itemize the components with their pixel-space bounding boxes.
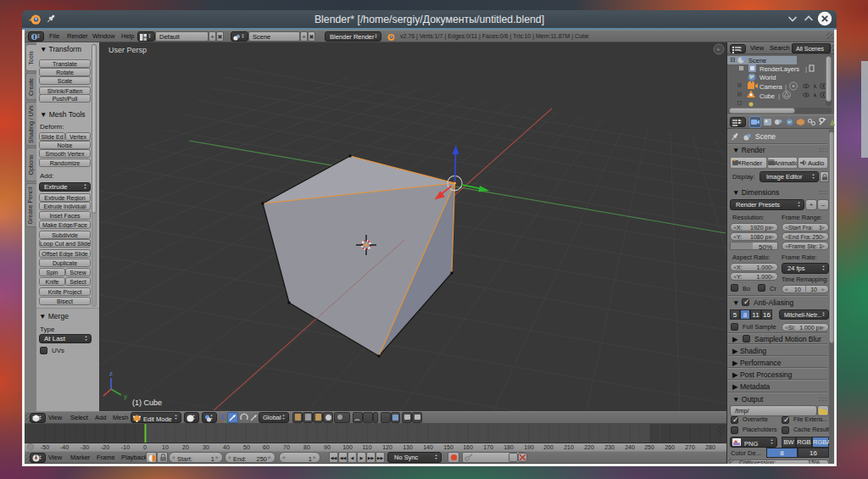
svg-text:Cube: Cube [760, 92, 775, 100]
svg-text:0: 0 [143, 444, 147, 450]
svg-text:150: 150 [443, 444, 453, 450]
svg-text:190: 190 [524, 444, 534, 450]
svg-text:240: 240 [625, 444, 635, 450]
svg-text:+: + [716, 46, 721, 53]
svg-text:10: 10 [162, 444, 169, 450]
svg-text:-40: -40 [60, 444, 69, 450]
svg-text:210: 210 [564, 444, 574, 450]
svg-text:y: y [124, 393, 127, 400]
svg-text:(1) Cube: (1) Cube [132, 398, 162, 407]
svg-text:-50: -50 [41, 444, 49, 450]
svg-text:60: 60 [263, 444, 270, 450]
svg-text:220: 220 [584, 444, 594, 450]
svg-text:-30: -30 [81, 444, 89, 450]
svg-text:200: 200 [543, 444, 554, 450]
svg-text:80: 80 [303, 444, 310, 450]
svg-text:260: 260 [665, 444, 675, 450]
svg-text:-20: -20 [101, 444, 109, 450]
svg-text:270: 270 [685, 444, 695, 450]
svg-text:Camera: Camera [760, 83, 783, 91]
svg-text:Scene: Scene [748, 57, 766, 64]
svg-text:160: 160 [463, 444, 473, 450]
svg-text:|: | [778, 92, 780, 100]
svg-text:20: 20 [182, 444, 189, 450]
svg-text:100: 100 [342, 444, 353, 450]
svg-text:30: 30 [203, 444, 209, 450]
svg-text:z: z [109, 370, 113, 377]
svg-text:230: 230 [604, 444, 615, 450]
svg-text:-10: -10 [121, 444, 130, 450]
svg-text:170: 170 [483, 444, 493, 450]
svg-text:50: 50 [243, 444, 250, 450]
svg-text:RenderLayers: RenderLayers [760, 65, 799, 73]
svg-text:World: World [760, 74, 776, 81]
svg-text:|: | [805, 65, 807, 73]
svg-text:|: | [785, 83, 787, 91]
svg-text:User Persp: User Persp [108, 46, 147, 54]
svg-text:140: 140 [423, 444, 433, 450]
svg-text:180: 180 [504, 444, 514, 450]
svg-text:110: 110 [362, 444, 371, 450]
svg-text:120: 120 [382, 444, 392, 450]
svg-text:40: 40 [223, 444, 230, 450]
svg-text:70: 70 [283, 444, 290, 450]
svg-text:280: 280 [705, 444, 715, 450]
svg-text:250: 250 [644, 444, 654, 450]
svg-text:130: 130 [403, 444, 413, 450]
svg-text:90: 90 [324, 444, 331, 450]
